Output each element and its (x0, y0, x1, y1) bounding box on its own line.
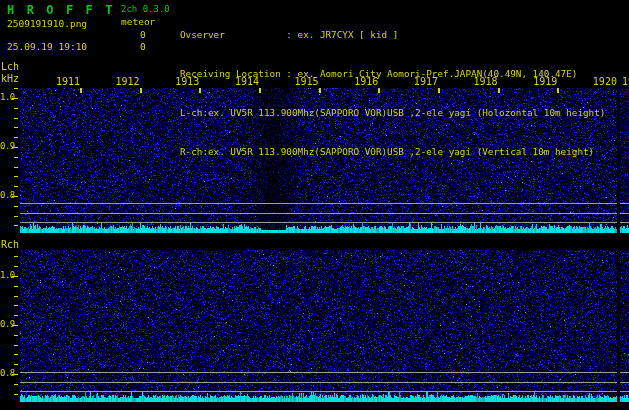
time-label: 1917 (412, 77, 438, 87)
station-info: Ovserver : ex. JR7CYX [ kid ] Receiving … (180, 2, 605, 184)
freq-tick-label: 0.9 (0, 142, 15, 151)
freq-tick-label: 1.0 (0, 93, 15, 102)
hrofft-window: H R O F F T 2ch 0.3.0 2509191910.png met… (0, 0, 629, 410)
khz-unit-label: kHz (1, 74, 19, 84)
time-label: 1912 (114, 77, 140, 87)
time-label-clipped: 1910 (622, 77, 629, 87)
rch-panel-label: Rch (1, 240, 19, 250)
freq-tick-label: 0.8 (0, 191, 15, 200)
lch-panel-label: Lch (1, 62, 19, 72)
meteor-count-label: meteor (121, 17, 155, 27)
time-label: 1914 (233, 77, 259, 87)
meteor-count-lch: 0 (140, 30, 146, 40)
time-label: 1916 (352, 77, 378, 87)
time-label: 1919 (531, 77, 557, 87)
time-label: 1911 (54, 77, 80, 87)
freq-tick-label: 0.8 (0, 369, 15, 378)
rch-setup-line: R-ch:ex. UV5R 113.900Mhz(SAPPORO VOR)USB… (180, 145, 605, 158)
app-version: 2ch 0.3.0 (121, 5, 170, 14)
datetime-stamp: 25.09.19 19:10 (7, 42, 87, 52)
lch-setup-line: L-ch:ex. UV5R 113.900Mhz(SAPPORO VOR)USB… (180, 106, 605, 119)
freq-tick-label: 1.0 (0, 271, 15, 280)
time-label: 1918 (472, 77, 498, 87)
time-label: 1920 (591, 77, 617, 87)
observer-line: Ovserver : ex. JR7CYX [ kid ] (180, 28, 605, 41)
time-label: 1913 (173, 77, 199, 87)
time-label: 1915 (293, 77, 319, 87)
freq-tick-label: 0.9 (0, 320, 15, 329)
meteor-count-rch: 0 (140, 42, 146, 52)
output-filename: 2509191910.png (7, 19, 87, 29)
app-logo: H R O F F T (7, 4, 115, 16)
